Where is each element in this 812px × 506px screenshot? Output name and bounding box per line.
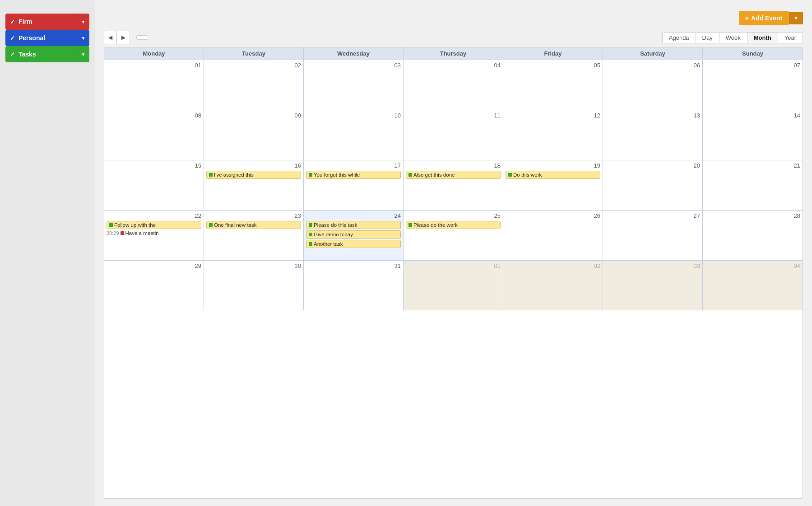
day-number-1-3: 11 [406, 112, 501, 119]
event-item-3-2-0[interactable]: Please do this task [306, 221, 401, 229]
day-cell-3-6[interactable]: 28 [703, 211, 803, 260]
day-number-3-3: 25 [406, 212, 501, 219]
day-cell-4-5[interactable]: 03 [603, 261, 703, 310]
day-cell-3-4[interactable]: 26 [503, 211, 603, 260]
event-dot-3-1-0 [209, 223, 213, 227]
event-dot-3-2-0 [309, 223, 312, 227]
sidebar-item-label-personal[interactable]: ✓ Personal [5, 30, 77, 46]
day-cell-2-0[interactable]: 15 [104, 160, 204, 210]
event-item-3-2-1[interactable]: Give demo today [306, 230, 401, 239]
event-label-2-4-0: Do this work [513, 172, 542, 178]
day-number-0-3: 04 [406, 62, 501, 69]
day-cell-1-5[interactable]: 13 [603, 110, 703, 160]
day-cell-3-2[interactable]: 24 Please do this task Give demo today A… [304, 211, 404, 260]
event-item-2-2-0[interactable]: You forgot this while [306, 171, 401, 179]
header-right: + Add Event ▼ [739, 7, 803, 25]
sidebar-item-label-firm[interactable]: ✓ Firm [5, 14, 77, 30]
day-cell-3-5[interactable]: 27 [603, 211, 703, 260]
event-item-2-3-0[interactable]: Also get this done [406, 171, 501, 179]
day-cell-0-1[interactable]: 02 [204, 60, 304, 110]
today-button[interactable] [136, 35, 148, 40]
event-item-3-3-0[interactable]: Please do the work [406, 221, 501, 229]
day-number-4-1: 30 [206, 262, 301, 269]
day-number-1-2: 10 [306, 112, 401, 119]
view-btn-year[interactable]: Year [778, 33, 803, 43]
event-label-3-0-0: Follow up with the [114, 222, 156, 228]
day-cell-4-1[interactable]: 30 [204, 261, 304, 310]
event-dot-2-4-0 [508, 173, 512, 177]
day-number-2-6: 21 [705, 162, 800, 169]
calendar-body: 01020304050607080910111213141516 I've as… [104, 60, 803, 310]
day-cell-4-0[interactable]: 29 [104, 261, 204, 310]
day-cell-0-4[interactable]: 05 [503, 60, 603, 110]
day-cell-1-4[interactable]: 12 [503, 110, 603, 160]
day-cell-4-6[interactable]: 04 [703, 261, 803, 310]
day-number-4-4: 02 [506, 262, 600, 269]
day-cell-1-6[interactable]: 14 [703, 110, 803, 160]
day-cell-2-6[interactable]: 21 [703, 160, 803, 210]
sidebar-item-personal[interactable]: ✓ Personal ▼ [5, 30, 89, 46]
day-cell-1-1[interactable]: 09 [204, 110, 304, 160]
event-item-2-1-0[interactable]: I've assigned this [206, 171, 301, 179]
day-number-1-1: 09 [206, 112, 301, 119]
event-label-3-2-0: Please do this task [314, 222, 357, 228]
event-dot-3-2-2 [309, 242, 312, 246]
event-label-2-1-0: I've assigned this [214, 172, 254, 178]
day-cell-1-3[interactable]: 11 [404, 110, 503, 160]
add-event-label: Add Event [751, 14, 782, 22]
event-item-3-0-0[interactable]: Follow up with the [107, 221, 201, 229]
day-number-0-4: 05 [506, 62, 600, 69]
event-dot-3-0-0 [109, 223, 113, 227]
week-row-4: 29303101020304 [104, 260, 803, 310]
nav-arrows: ◀ ▶ [104, 31, 130, 44]
day-cell-3-3[interactable]: 25 Please do the work [404, 211, 503, 260]
header-cell-tuesday: Tuesday [204, 47, 304, 60]
sidebar-item-dropdown-firm[interactable]: ▼ [77, 14, 89, 30]
day-cell-0-2[interactable]: 03 [304, 60, 404, 110]
day-cell-1-0[interactable]: 08 [104, 110, 204, 160]
add-event-main-button[interactable]: + Add Event [739, 11, 789, 25]
view-btn-week[interactable]: Week [719, 33, 747, 43]
header-cell-friday: Friday [503, 47, 603, 60]
view-btn-day[interactable]: Day [696, 33, 719, 43]
day-cell-0-6[interactable]: 07 [703, 60, 803, 110]
day-cell-2-5[interactable]: 20 [603, 160, 703, 210]
calendar-header-row: MondayTuesdayWednesdayThursdayFridaySatu… [104, 47, 803, 60]
header-cell-thursday: Thursday [404, 47, 503, 60]
event-item-3-2-2[interactable]: Another task [306, 240, 401, 248]
day-cell-1-2[interactable]: 10 [304, 110, 404, 160]
view-btn-month[interactable]: Month [747, 33, 778, 43]
time-event-3-0-1[interactable]: 20:29 Have a meetin [107, 230, 201, 236]
day-cell-2-4[interactable]: 19 Do this work [503, 160, 603, 210]
event-item-2-4-0[interactable]: Do this work [506, 171, 600, 179]
day-number-0-2: 03 [306, 62, 401, 69]
add-event-dropdown-button[interactable]: ▼ [789, 12, 803, 24]
add-event-button[interactable]: + Add Event ▼ [739, 11, 803, 25]
event-item-3-1-0[interactable]: One final new task [206, 221, 301, 229]
day-cell-4-4[interactable]: 02 [503, 261, 603, 310]
day-cell-4-2[interactable]: 31 [304, 261, 404, 310]
day-cell-0-0[interactable]: 01 [104, 60, 204, 110]
day-cell-2-3[interactable]: 18 Also get this done [404, 160, 503, 210]
calendar-grid: MondayTuesdayWednesdayThursdayFridaySatu… [104, 47, 803, 499]
day-cell-0-3[interactable]: 04 [404, 60, 503, 110]
day-cell-4-3[interactable]: 01 [404, 261, 503, 310]
event-label-3-2-2: Another task [314, 241, 343, 247]
day-cell-2-2[interactable]: 17 You forgot this while [304, 160, 404, 210]
day-number-3-4: 26 [506, 212, 600, 219]
sidebar-item-firm[interactable]: ✓ Firm ▼ [5, 14, 89, 30]
day-number-0-5: 06 [605, 62, 700, 69]
next-arrow[interactable]: ▶ [117, 31, 130, 44]
prev-arrow[interactable]: ◀ [104, 31, 117, 44]
view-btn-agenda[interactable]: Agenda [663, 33, 696, 43]
sidebar-item-label-tasks[interactable]: ✓ Tasks [5, 46, 77, 62]
day-cell-3-0[interactable]: 22 Follow up with the 20:29 Have a meeti… [104, 211, 204, 260]
sidebar-item-dropdown-tasks[interactable]: ▼ [77, 46, 89, 62]
day-cell-2-1[interactable]: 16 I've assigned this [204, 160, 304, 210]
day-number-3-5: 27 [605, 212, 700, 219]
sidebar-item-dropdown-personal[interactable]: ▼ [77, 30, 89, 46]
day-cell-0-5[interactable]: 06 [603, 60, 703, 110]
day-number-0-1: 02 [206, 62, 301, 69]
sidebar-item-tasks[interactable]: ✓ Tasks ▼ [5, 46, 89, 62]
day-cell-3-1[interactable]: 23 One final new task [204, 211, 304, 260]
